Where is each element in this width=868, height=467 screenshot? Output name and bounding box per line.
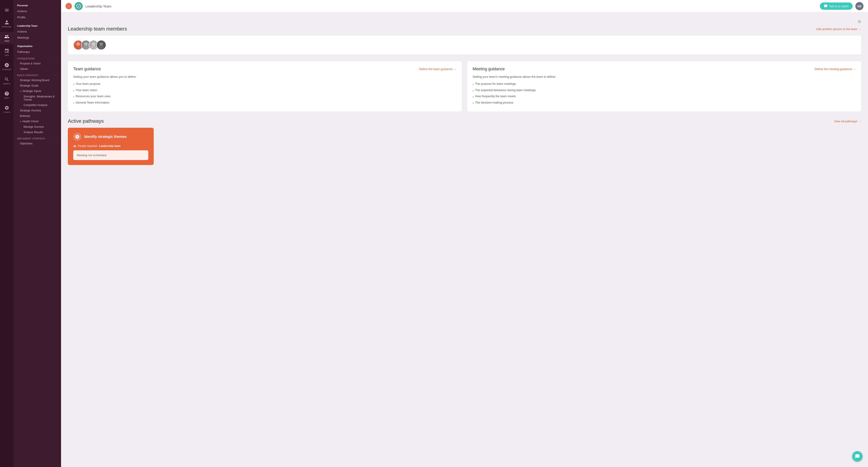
sidebar-item-competitor-analysis[interactable]: Competitor Analysis [13, 102, 61, 108]
chat-bubble-button[interactable] [852, 451, 863, 462]
meeting-guidance-item-4: The decision-making process [473, 100, 856, 106]
nav-personal[interactable]: PERSONAL [0, 18, 13, 30]
sidebar-item-strategic-goals[interactable]: Strategic Goals [13, 83, 61, 88]
sidebar-item-values[interactable]: Values [13, 66, 61, 72]
pathway-card: Identify strategic themes People require… [68, 128, 154, 165]
pathway-icon [73, 133, 81, 141]
pathway-people: People required: Leadership team [73, 145, 148, 148]
nav-search-label: SEARCH [3, 83, 10, 85]
sidebar-item-actions-personal[interactable]: Actions [13, 8, 61, 14]
members-section-header: Leadership team members Add another pers… [68, 26, 861, 32]
members-title: Leadership team members [68, 26, 127, 32]
meeting-guidance-item-2: The expected behaviour during team meeti… [473, 88, 856, 94]
sidebar-item-strategic-anchors[interactable]: Strategic Anchors [13, 108, 61, 113]
nav-team[interactable]: TEAM [0, 32, 13, 44]
user-avatar[interactable]: GE [855, 2, 864, 10]
avatar-4 [96, 40, 106, 50]
pathway-card-header: Identify strategic themes [73, 133, 148, 141]
svg-point-3 [84, 42, 88, 46]
nav-strategy[interactable]: STRATEGY [0, 60, 13, 73]
talk-to-coach-label: Talk to a coach [829, 4, 848, 8]
meeting-guidance-header: Meeting guidance Define the meeting guid… [473, 67, 856, 71]
sidebar-item-strategic-inputs[interactable]: ∨ Strategic Inputs [13, 88, 61, 94]
topbar: ‹ Leadership Team Talk to a coach GE [61, 0, 868, 12]
sidebar-item-purpose-vision[interactable]: Purpose & Vision [13, 61, 61, 66]
main-content: ⚙ Leadership team members Add another pe… [61, 12, 868, 467]
nav-search[interactable]: SEARCH [0, 74, 13, 87]
meeting-guidance-list: The purpose for team meetings The expect… [473, 81, 856, 106]
svg-point-7 [99, 42, 103, 46]
guidance-row: Team guidance Define the team guidance →… [68, 61, 861, 112]
nav-help[interactable]: HELP [0, 89, 13, 101]
topbar-team-name: Leadership Team [86, 4, 817, 8]
svg-point-5 [92, 42, 95, 46]
nav-org-label: ORG [5, 54, 9, 56]
pathway-title: Identify strategic themes [84, 135, 127, 139]
meeting-guidance-item-1: The purpose for team meetings [473, 81, 856, 88]
implement-strategy-group: IMPLEMENT STRATEGY [13, 135, 61, 141]
main-wrapper: ‹ Leadership Team Talk to a coach GE ⚙ L… [61, 0, 868, 467]
meeting-guidance-intro: Setting your team's meeting guidance all… [473, 75, 856, 79]
sidebar-item-meetings[interactable]: Meetings [13, 35, 61, 41]
talk-to-coach-button[interactable]: Talk to a coach [820, 2, 852, 10]
meeting-guidance-card: Meeting guidance Define the meeting guid… [467, 61, 861, 112]
collapse-sidebar-button[interactable]: ‹ [66, 3, 72, 9]
pathway-meeting-status: Meeting not scheduled [77, 154, 106, 157]
sidebar-item-objectives[interactable]: Objectives [13, 141, 61, 146]
svg-point-1 [76, 42, 80, 46]
nav-org[interactable]: ORG [0, 46, 13, 59]
sidebar-item-analyse-results[interactable]: Analyse Results [13, 129, 61, 135]
foundations-group: FOUNDATIONS [13, 55, 61, 61]
team-guidance-list: Your team purpose Your team vision Resou… [73, 81, 456, 106]
meeting-guidance-title: Meeting guidance [473, 67, 505, 71]
team-logo [74, 2, 83, 10]
team-guidance-item-2: Your team vision [73, 88, 456, 94]
active-pathways-title: Active pathways [68, 118, 104, 124]
sidebar-item-health-check[interactable]: ∨ Health Check [13, 119, 61, 124]
pathway-people-value: Leadership team [99, 145, 121, 148]
personal-section-title: Personal [13, 0, 61, 8]
sidebar-icon-strip: PERSONAL TEAM ORG STRATEGY SEARCH HELP C… [0, 0, 13, 467]
team-guidance-intro: Setting your team guidance allows you to… [73, 75, 456, 79]
pathway-meeting-box: Meeting not scheduled [73, 150, 148, 160]
svg-point-6 [91, 46, 96, 49]
settings-icon[interactable]: ⚙ [858, 19, 861, 24]
define-team-guidance-link[interactable]: Define the team guidance → [419, 67, 456, 71]
sidebar: Personal Actions Profile Leadership Team… [13, 0, 61, 467]
view-all-pathways-link[interactable]: View all pathways → [834, 120, 861, 123]
nav-help-label: HELP [4, 97, 9, 99]
pathway-people-label: People required: [78, 145, 98, 148]
nav-config[interactable]: CONFIG [0, 103, 13, 116]
svg-point-2 [75, 46, 81, 49]
meeting-guidance-item-3: How frequently the team meets [473, 94, 856, 100]
nav-team-label: TEAM [4, 40, 9, 42]
sidebar-item-manage-surveys[interactable]: Manage Surveys [13, 124, 61, 129]
sidebar-item-profile[interactable]: Profile [13, 14, 61, 20]
nav-strategy-label: STRATEGY [2, 68, 12, 70]
team-guidance-item-3: Resources your team uses [73, 94, 456, 100]
sidebar-item-strengths[interactable]: Strengths, Weaknesses & Trends [13, 94, 61, 102]
team-guidance-card: Team guidance Define the team guidance →… [68, 61, 462, 112]
svg-point-4 [83, 46, 89, 49]
sidebar-item-actions-leadership[interactable]: Actions [13, 29, 61, 35]
members-card [68, 35, 861, 55]
svg-point-8 [98, 46, 104, 49]
sidebar-item-pathways[interactable]: Pathways [13, 49, 61, 55]
sidebar-item-bullseye[interactable]: Bullseye [13, 113, 61, 119]
nav-personal-label: PERSONAL [2, 26, 12, 28]
leadership-section-title: Leadership Team [13, 20, 61, 29]
hamburger-menu[interactable] [0, 4, 13, 16]
build-strategy-group: BUILD STRATEGY [13, 72, 61, 77]
team-guidance-header: Team guidance Define the team guidance → [73, 67, 456, 71]
nav-config-label: CONFIG [3, 111, 10, 113]
team-guidance-title: Team guidance [73, 67, 101, 71]
add-person-link[interactable]: Add another person to the team → [816, 27, 861, 31]
define-meeting-guidance-link[interactable]: Define the meeting guidance → [815, 67, 856, 71]
sidebar-item-strategic-working-board[interactable]: Strategic Working Board [13, 77, 61, 83]
pathways-section-header: Active pathways View all pathways → [68, 118, 861, 124]
organisation-section-title: Organisation [13, 41, 61, 49]
team-guidance-item-1: Your team purpose [73, 81, 456, 88]
team-guidance-item-4: General Team information [73, 100, 456, 106]
